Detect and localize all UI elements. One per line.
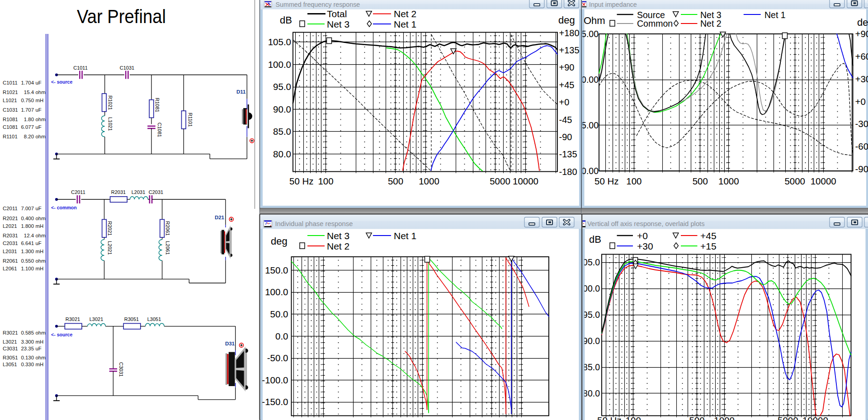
svg-text:105.0: 105.0 [268,37,291,47]
svg-text:100: 100 [626,176,642,186]
svg-text:C3031: C3031 [3,346,18,351]
svg-text:Var Prefinal: Var Prefinal [77,5,166,27]
svg-text:<- source: <- source [51,332,73,337]
svg-text:R2061: R2061 [3,258,18,264]
svg-text:L3051: L3051 [147,316,161,322]
svg-text:1.704: 1.704 [21,80,34,85]
svg-text:5000: 5000 [778,415,798,420]
svg-text:mH: mH [36,98,44,103]
svg-text:R1081: R1081 [3,117,18,122]
svg-text:Vertical off axis response, ov: Vertical off axis response, overlaid plo… [587,220,705,227]
svg-text:100: 100 [318,176,333,186]
svg-text:<- common: <- common [51,205,77,210]
svg-text:L3021: L3021 [3,339,17,344]
svg-text:1.707: 1.707 [21,107,34,113]
svg-text:L3051: L3051 [3,362,17,367]
svg-text:R2031: R2031 [111,189,126,195]
svg-text:85.0: 85.0 [583,362,600,372]
svg-text:100.0: 100.0 [265,287,288,297]
svg-text:+15: +15 [700,241,717,251]
svg-text:dB: dB [589,234,601,245]
svg-text:0.550: 0.550 [21,258,34,264]
svg-text:Net 2: Net 2 [700,19,722,28]
svg-text:mH: mH [36,339,44,344]
svg-text:<- source: <- source [51,79,73,85]
svg-text:R2021: R2021 [107,221,113,236]
svg-text:90.0: 90.0 [583,336,600,346]
svg-text:uF: uF [36,80,42,85]
svg-text:mH: mH [36,266,44,271]
svg-text:Total: Total [327,9,347,19]
svg-text:ohm: ohm [36,355,46,360]
svg-text:0.00: 0.00 [581,166,599,176]
svg-text:+45: +45 [700,231,717,241]
svg-text:10000: 10000 [811,176,836,186]
svg-text:12.4: 12.4 [24,233,34,238]
svg-text:10000: 10000 [513,176,538,186]
svg-text:ohm: ohm [36,90,46,95]
svg-text:Ohm: Ohm [584,15,605,26]
svg-text:C1031: C1031 [3,107,18,113]
svg-text:deg: deg [857,17,868,28]
svg-text:ohm: ohm [36,134,46,139]
svg-text:L2061: L2061 [3,266,17,271]
svg-text:10000: 10000 [802,415,828,420]
svg-text:R1081: R1081 [155,98,160,112]
svg-text:50 Hz: 50 Hz [594,176,619,186]
svg-text:mH: mH [36,223,44,229]
svg-text:1.100: 1.100 [21,266,34,271]
svg-text:R1101: R1101 [3,134,18,139]
svg-text:-135: -135 [559,149,577,159]
svg-text:uF: uF [36,206,42,211]
svg-text:1.80: 1.80 [24,117,34,122]
svg-text:deg: deg [271,236,288,247]
svg-text:85.0: 85.0 [273,126,291,137]
svg-text:C2011: C2011 [71,189,85,195]
svg-text:1000: 1000 [419,176,439,186]
svg-text:Common: Common [637,19,673,28]
svg-text:dB: dB [280,14,292,26]
svg-text:-50.0: -50.0 [267,353,288,363]
svg-text:500: 500 [689,415,704,420]
svg-text:mH: mH [36,249,44,254]
svg-text:R1021: R1021 [3,90,18,95]
svg-text:6.077: 6.077 [21,124,34,130]
svg-text:R3051: R3051 [3,355,18,360]
svg-text:-90: -90 [559,132,572,142]
svg-text:3.300: 3.300 [21,339,34,344]
svg-text:+180: +180 [559,28,580,38]
svg-text:8.20: 8.20 [24,134,34,139]
svg-text:Input impedance: Input impedance [589,1,637,8]
svg-text:500: 500 [693,176,708,186]
svg-text:ohm: ohm [36,117,46,122]
svg-text:1000: 1000 [718,176,739,186]
svg-text:C3031: C3031 [118,362,124,377]
svg-text:Net 1: Net 1 [394,231,416,241]
svg-text:0.750: 0.750 [21,98,34,103]
svg-text:R2031: R2031 [3,233,18,238]
svg-text:50.0: 50.0 [270,309,288,319]
svg-text:R3021: R3021 [66,316,80,322]
svg-text:uF: uF [36,107,42,113]
svg-text:L3021: L3021 [90,316,104,322]
svg-text:0.0: 0.0 [275,331,288,341]
svg-text:95.0: 95.0 [273,81,291,92]
svg-text:+0: +0 [637,231,648,241]
svg-text:-45: -45 [559,115,572,125]
svg-text:-90: -90 [855,164,868,174]
svg-text:C1011: C1011 [73,65,88,71]
svg-text:-180: -180 [559,167,577,177]
svg-text:+60: +60 [855,51,868,61]
svg-text:15.4: 15.4 [24,90,34,95]
svg-text:L2021: L2021 [107,241,113,255]
svg-text:+30: +30 [855,74,868,84]
svg-text:deg: deg [558,14,575,26]
svg-text:90.0: 90.0 [273,104,291,114]
svg-text:R1101: R1101 [188,113,193,127]
svg-text:5000: 5000 [490,176,510,186]
svg-text:uF: uF [36,124,42,130]
svg-text:+90: +90 [559,62,575,72]
svg-text:0.330: 0.330 [21,362,34,367]
svg-text:L2031: L2031 [132,189,146,195]
svg-text:80.0: 80.0 [273,149,291,159]
